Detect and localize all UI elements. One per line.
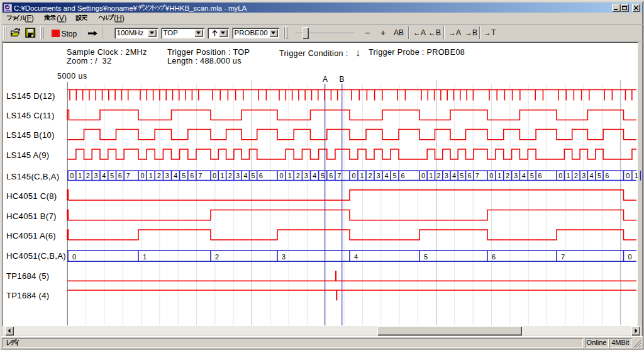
svg-text:7: 7: [198, 172, 202, 179]
svg-text:2: 2: [437, 172, 441, 179]
svg-text:4: 4: [590, 172, 594, 179]
svg-text:7: 7: [561, 253, 565, 261]
svg-text:2: 2: [86, 172, 90, 179]
svg-text:0: 0: [489, 172, 493, 179]
svg-text:2: 2: [215, 253, 219, 261]
svg-text:5: 5: [530, 172, 534, 179]
svg-text:4: 4: [313, 172, 316, 179]
svg-text:0: 0: [558, 172, 562, 179]
svg-text:2: 2: [157, 172, 161, 179]
svg-text:1: 1: [78, 172, 82, 179]
svg-text:5: 5: [460, 172, 464, 179]
svg-text:2: 2: [228, 172, 232, 179]
svg-text:7: 7: [475, 172, 479, 179]
svg-text:6: 6: [401, 172, 404, 179]
svg-text:0: 0: [628, 253, 632, 261]
svg-text:0: 0: [352, 172, 355, 179]
svg-text:1: 1: [566, 172, 570, 179]
svg-text:6: 6: [468, 172, 472, 179]
svg-text:0: 0: [280, 172, 284, 179]
svg-text:1: 1: [288, 172, 292, 179]
svg-text:3: 3: [236, 172, 240, 179]
svg-text:5: 5: [182, 172, 186, 179]
svg-text:0: 0: [421, 172, 425, 179]
svg-text:5: 5: [252, 172, 255, 179]
svg-text:4: 4: [174, 172, 177, 179]
svg-text:3: 3: [445, 172, 448, 179]
svg-text:6: 6: [492, 253, 496, 261]
svg-text:4: 4: [452, 172, 456, 179]
svg-text:1: 1: [143, 253, 147, 261]
svg-text:6: 6: [605, 172, 609, 179]
svg-text:6: 6: [118, 172, 122, 179]
svg-text:5: 5: [597, 172, 601, 179]
svg-text:4: 4: [102, 172, 106, 179]
svg-text:0: 0: [141, 172, 145, 179]
svg-text:4: 4: [354, 253, 358, 261]
svg-text:3: 3: [582, 172, 586, 179]
svg-text:5: 5: [392, 172, 396, 179]
svg-text:2: 2: [506, 172, 509, 179]
svg-text:3: 3: [282, 253, 286, 261]
svg-text:0: 0: [213, 172, 216, 179]
svg-text:7: 7: [126, 172, 130, 179]
svg-text:5: 5: [321, 172, 325, 179]
svg-text:3: 3: [514, 172, 518, 179]
svg-text:0: 0: [626, 172, 630, 179]
svg-text:2: 2: [368, 172, 372, 179]
svg-text:2: 2: [574, 172, 578, 179]
svg-text:1: 1: [149, 172, 153, 179]
svg-text:3: 3: [304, 172, 308, 179]
svg-text:3: 3: [165, 172, 169, 179]
svg-text:5: 5: [424, 253, 428, 261]
svg-text:3: 3: [376, 172, 380, 179]
svg-text:2: 2: [296, 172, 300, 179]
svg-text:1: 1: [497, 172, 501, 179]
svg-text:3: 3: [94, 172, 98, 179]
svg-text:6: 6: [259, 172, 263, 179]
svg-text:1: 1: [360, 172, 364, 179]
svg-text:0: 0: [72, 253, 76, 261]
svg-text:0: 0: [70, 172, 74, 179]
svg-text:1: 1: [429, 172, 433, 179]
svg-text:4: 4: [522, 172, 526, 179]
svg-text:1: 1: [220, 172, 224, 179]
svg-text:6: 6: [329, 172, 333, 179]
svg-text:6: 6: [190, 172, 194, 179]
svg-text:7: 7: [337, 172, 341, 179]
svg-text:1: 1: [635, 172, 638, 179]
svg-text:4: 4: [243, 172, 247, 179]
svg-text:5: 5: [110, 172, 114, 179]
svg-text:4: 4: [384, 172, 388, 179]
svg-text:6: 6: [538, 172, 542, 179]
